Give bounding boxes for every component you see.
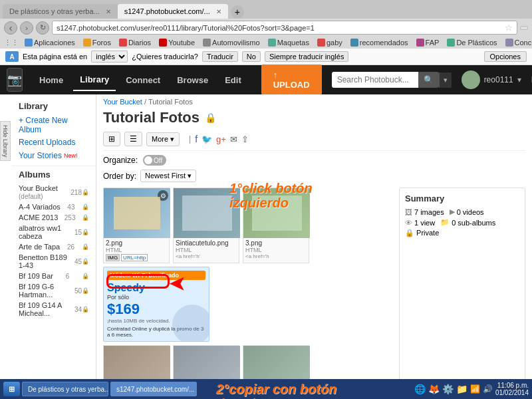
tray-firefox-icon[interactable]: 🦊 — [428, 384, 440, 394]
images-icon: 🖼 — [405, 208, 412, 216]
hide-library-button[interactable]: Hide Library — [0, 121, 11, 161]
search-input[interactable] — [332, 72, 418, 88]
album-lock-icon: 🔒 — [82, 243, 89, 250]
more-button[interactable]: More ▾ — [146, 132, 180, 146]
facebook-button[interactable]: f — [195, 134, 198, 144]
taskbar-item-2[interactable]: s1247.photobucket.com/... — [110, 382, 197, 396]
new-tab-button[interactable]: + — [231, 5, 244, 19]
bookmark-automovilismo[interactable]: Automovilismo — [200, 38, 263, 47]
bookmark-label: Foros — [92, 39, 111, 47]
album-a4-variados[interactable]: A-4 Variados 43 🔒 — [12, 201, 96, 212]
email-button[interactable]: ✉ — [230, 134, 237, 144]
album-bf109-bar[interactable]: Bf 109 Bar 6 🔒 — [12, 271, 96, 281]
tab-1-close[interactable]: ✕ — [106, 8, 111, 15]
taskbar-item-1[interactable]: De plásticos y otras yerba... — [22, 382, 108, 396]
bookmark-diarios[interactable]: Diarios — [116, 38, 154, 47]
tab-2-close[interactable]: ✕ — [216, 8, 221, 15]
twitter-button[interactable]: 🐦 — [201, 134, 212, 144]
bookmark-concursos[interactable]: Concursos — [502, 38, 532, 47]
bookmark-foros[interactable]: Foros — [80, 38, 114, 47]
photo-url-input[interactable]: URL=http — [121, 254, 148, 261]
language-select[interactable]: inglés — [91, 51, 128, 63]
album-acme-2013[interactable]: ACME 2013 253 🔒 — [12, 212, 96, 223]
logo-icon: 📷 — [7, 72, 22, 87]
album-name: Bf 109 Bar — [19, 272, 53, 280]
album-albatros[interactable]: albatros ww1 cabeza 15 🔒 — [12, 223, 96, 241]
photo-item-1[interactable]: ⚙ 2.png HTML IMG URL=http — [103, 188, 170, 263]
album-bf109-micheal[interactable]: Bf 109 G14 A Micheal... 34 🔒 — [12, 300, 96, 319]
album-count: 43 — [67, 203, 74, 211]
grid-view-button[interactable]: ⊞ — [103, 132, 120, 146]
album-lock-icon: 🔒 — [82, 189, 89, 196]
search-button[interactable]: 🔍 — [418, 72, 439, 88]
translate-button[interactable]: Traducir — [202, 51, 238, 62]
tray-ie-icon[interactable]: 🌐 — [414, 384, 426, 394]
your-stories-link[interactable]: Your Stories New! — [12, 149, 96, 162]
privacy-label: Private — [416, 229, 439, 237]
nav-library[interactable]: Library — [73, 69, 116, 91]
tab-1-label: De plásticos y otras yerba... — [9, 7, 100, 15]
bookmark-label: Youtube — [168, 39, 195, 47]
start-button[interactable]: ⊞ — [3, 382, 20, 396]
bookmark-de-plasticos[interactable]: De Plásticos — [444, 38, 500, 47]
tab-2[interactable]: s1247.photobucket.com/... ✕ — [118, 4, 228, 19]
photobucket-logo[interactable]: 📷 — [7, 68, 23, 92]
search-dropdown[interactable]: ▾ — [439, 72, 452, 88]
nav-home[interactable]: Home — [33, 70, 70, 90]
address-bar[interactable]: s1247.photobucket.com/user/reo0111/libra… — [52, 21, 517, 35]
no-translate-button[interactable]: No — [242, 51, 261, 62]
photo-item-2[interactable]: Sintiacutetulo.png HTML <a href='h' — [173, 188, 239, 263]
create-album-link[interactable]: + Create New Album — [12, 114, 96, 136]
gplus-button[interactable]: g+ — [216, 134, 226, 144]
nav-edit[interactable]: Edit — [218, 70, 248, 90]
translate-options-button[interactable]: Opciones — [484, 51, 527, 62]
user-avatar[interactable] — [462, 70, 480, 89]
album-count: 34 — [74, 306, 82, 313]
bookmark-gaby[interactable]: gaby — [314, 38, 346, 47]
bookmark-maquetas[interactable]: Maquetas — [265, 38, 313, 47]
recent-uploads-link[interactable]: Recent Uploads — [12, 136, 96, 149]
nav-connect[interactable]: Connect — [119, 70, 167, 90]
bookmark-aplicaciones[interactable]: Aplicaciones — [21, 38, 78, 47]
back-button[interactable]: ‹ — [4, 21, 17, 35]
username-label[interactable]: reo0111 — [484, 75, 513, 84]
bookmark-label: De Plásticos — [456, 39, 497, 47]
photo-info-3: 3.png HTML <a href='h — [243, 238, 309, 261]
order-select[interactable]: Newest First ▾ — [140, 170, 196, 182]
album-arte-de-tapa[interactable]: Arte de Tapa 26 🔒 — [12, 241, 96, 252]
list-view-button[interactable]: ☰ — [124, 132, 142, 146]
bookmark-fap[interactable]: FAP — [413, 38, 443, 47]
user-dropdown-icon[interactable]: ▾ — [517, 75, 521, 84]
upload-button[interactable]: ↑ UPLOAD — [261, 65, 322, 95]
thumb-placeholder-3 — [252, 196, 302, 231]
toggle-knob — [144, 156, 152, 164]
nav-browse[interactable]: Browse — [170, 70, 215, 90]
always-translate-button[interactable]: Siempre traducir inglés — [265, 51, 349, 62]
tray-settings-icon[interactable]: ⚙️ — [442, 384, 454, 394]
organize-toggle[interactable]: Off — [143, 155, 166, 166]
tray-folder-icon[interactable]: 📁 — [456, 384, 467, 394]
summary-views: 👁 1 view — [405, 218, 435, 227]
bookmark-star-icon[interactable]: ☆ — [505, 23, 513, 33]
bookmark-recomendados[interactable]: recomendados — [347, 38, 412, 47]
photo-tag-img: IMG — [106, 254, 120, 261]
album-lock-icon: 🔒 — [82, 273, 89, 279]
tray-volume-icon[interactable]: 🔊 — [483, 384, 493, 394]
photo-item-3[interactable]: 3.png HTML <a href='h — [243, 188, 309, 263]
album-your-bucket[interactable]: Your Bucket (default) 218 🔒 — [12, 183, 96, 201]
library-section-title: Library — [12, 98, 96, 114]
bookmark-youtube[interactable]: Youtube — [156, 38, 198, 47]
tray-network-icon[interactable]: 📶 — [470, 384, 480, 394]
forward-button[interactable]: › — [20, 21, 33, 35]
album-bf109-hartman[interactable]: Bf 109 G-6 Hartman... 50 🔒 — [12, 281, 96, 300]
order-dropdown-icon: ▾ — [188, 172, 192, 180]
refresh-button[interactable]: ↻ — [36, 21, 49, 35]
tab-1[interactable]: De plásticos y otras yerba... ✕ — [3, 4, 118, 19]
thumb-placeholder — [114, 197, 160, 229]
bookmark-icon — [268, 39, 276, 47]
album-benetton[interactable]: Benetton B189 1-43 45 🔒 — [12, 252, 96, 271]
tab-2-label: s1247.photobucket.com/... — [124, 7, 210, 15]
breadcrumb-root[interactable]: Your Bucket — [103, 98, 142, 106]
bookmark-label: recomendados — [360, 39, 408, 47]
share-button[interactable]: ⇧ — [241, 134, 249, 144]
